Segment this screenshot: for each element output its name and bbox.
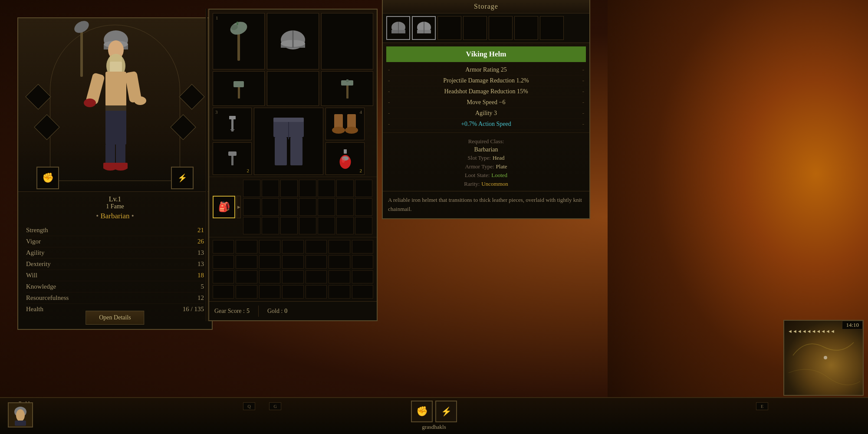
inv-grid-cell[interactable]	[236, 270, 257, 284]
open-details-button[interactable]: Open Details	[85, 311, 144, 325]
storage-cell[interactable]	[243, 180, 260, 197]
storage-cell[interactable]	[280, 217, 298, 234]
storage-slot-2[interactable]	[412, 16, 436, 40]
svg-rect-41	[275, 137, 287, 165]
storage-cell[interactable]	[318, 180, 335, 197]
bottom-avatar[interactable]	[8, 402, 33, 427]
gear-score-separator	[258, 306, 259, 317]
svg-rect-37	[229, 116, 236, 119]
inv-grid-cell[interactable]	[213, 255, 234, 269]
inventory-cell-helm[interactable]	[267, 13, 319, 69]
storage-slot-3[interactable]	[437, 16, 461, 40]
storage-slot-7[interactable]	[540, 16, 564, 40]
storage-cell[interactable]	[355, 217, 372, 234]
meta-rarity-label: Rarity:	[464, 181, 480, 187]
stat-text-cyan: +0.7% Action Speed	[390, 121, 582, 128]
bag-slot-active[interactable]: 🎒	[213, 196, 235, 218]
inventory-cell-boots[interactable]: 4	[326, 108, 365, 140]
skill-slot-right[interactable]: ⚡	[171, 167, 194, 189]
storage-cell[interactable]	[262, 180, 279, 197]
storage-cell[interactable]	[280, 198, 298, 216]
inv-grid-cell[interactable]	[236, 255, 257, 269]
stat-text: Armor Rating 25	[390, 66, 582, 73]
inv-grid-cell[interactable]	[306, 285, 327, 299]
storage-cell[interactable]	[318, 198, 335, 216]
meta-rarity: Rarity: Uncommon	[388, 180, 584, 188]
storage-info-panel: Storage Víking Helm -	[382, 0, 590, 219]
inv-grid-cell[interactable]	[259, 285, 280, 299]
storage-cell[interactable]	[299, 180, 316, 197]
storage-cell[interactable]	[355, 180, 372, 197]
storage-cell[interactable]	[336, 217, 354, 234]
hotkey-q[interactable]: Q	[243, 402, 255, 410]
inv-grid-cell[interactable]	[213, 270, 234, 284]
svg-rect-14	[105, 105, 126, 145]
storage-cell[interactable]	[299, 198, 316, 216]
storage-cell[interactable]	[243, 217, 260, 234]
inv-grid-cell[interactable]	[282, 240, 303, 253]
storage-cell[interactable]	[262, 198, 279, 216]
gold-label: Gold :	[267, 308, 283, 315]
storage-slot-5[interactable]	[489, 16, 513, 40]
skill-slot-left[interactable]: ✊	[36, 167, 59, 189]
inventory-cell-hammer[interactable]	[213, 71, 265, 106]
bottom-skill-btn-1[interactable]: ✊	[411, 401, 433, 422]
item-stat-row-2: - Projectile Damage Reduction 1.2% -	[388, 76, 584, 86]
storage-cell[interactable]	[336, 198, 354, 216]
bag-row: 🎒 ▶	[209, 177, 377, 237]
inventory-cell-tool2[interactable]: 2	[213, 142, 252, 175]
meta-loot-label: Loot State:	[465, 172, 490, 179]
inv-grid-cell[interactable]	[352, 270, 373, 284]
storage-slot-6[interactable]	[514, 16, 538, 40]
class-dot-right: •	[132, 212, 134, 220]
item-stat-row-1: - Armor Rating 25 -	[388, 65, 584, 76]
inv-grid-cell[interactable]	[213, 285, 234, 299]
slot-right-top[interactable]	[179, 84, 204, 109]
storage-cell[interactable]	[355, 198, 372, 216]
inv-grid-cell[interactable]	[282, 285, 303, 299]
storage-cell[interactable]	[336, 180, 354, 197]
inv-grid-cell[interactable]	[259, 255, 280, 269]
inv-grid-cell[interactable]	[282, 270, 303, 284]
inv-grid-cell[interactable]	[259, 240, 280, 253]
storage-cell[interactable]	[243, 198, 260, 216]
inv-grid-cell[interactable]	[329, 255, 350, 269]
slot-left-top[interactable]	[25, 84, 51, 109]
storage-cell[interactable]	[318, 217, 335, 234]
bottom-skill-btn-2[interactable]: ⚡	[435, 401, 457, 422]
inventory-cell-axe[interactable]: 1	[213, 13, 265, 69]
inv-grid-cell[interactable]	[213, 240, 234, 253]
inv-grid-cell[interactable]	[259, 270, 280, 284]
inv-grid-cell[interactable]	[306, 255, 327, 269]
inventory-cell-hammer2[interactable]	[321, 71, 373, 106]
hotkey-e[interactable]: E	[756, 402, 768, 410]
inventory-cell-pants[interactable]	[254, 108, 323, 175]
inventory-cell-potion[interactable]: 2	[326, 142, 365, 175]
inv-grid-cell[interactable]	[329, 285, 350, 299]
inv-grid-cell[interactable]	[352, 255, 373, 269]
meta-slot-value: Head	[493, 155, 504, 161]
inv-grid-cell[interactable]	[306, 240, 327, 253]
inv-grid-cell[interactable]	[329, 240, 350, 253]
inv-grid-cell[interactable]	[352, 240, 373, 253]
inventory-cell-empty-1[interactable]	[321, 13, 373, 69]
storage-cell[interactable]	[299, 217, 316, 234]
storage-slot-4[interactable]	[463, 16, 487, 40]
storage-slot-1[interactable]	[386, 16, 410, 40]
hotkey-g[interactable]: G	[269, 402, 281, 410]
inv-grid-cell[interactable]	[236, 285, 257, 299]
storage-cell[interactable]	[280, 180, 298, 197]
inventory-cell-tool[interactable]: 3	[213, 108, 252, 140]
inv-grid-cell[interactable]	[329, 270, 350, 284]
inventory-cell-empty-2[interactable]	[267, 71, 319, 106]
bottom-username-center: grasdhakls	[422, 424, 446, 431]
inventory-grid-row2	[209, 71, 377, 108]
bag-arrow[interactable]: ▶	[237, 196, 241, 218]
inv-grid-cell[interactable]	[352, 285, 373, 299]
stat-value: 5	[201, 283, 204, 290]
inv-grid-cell[interactable]	[306, 270, 327, 284]
inv-grid-cell[interactable]	[282, 255, 303, 269]
inv-grid-cell[interactable]	[236, 240, 257, 253]
storage-cell[interactable]	[262, 217, 279, 234]
storage-title-bar: Storage	[383, 0, 589, 13]
